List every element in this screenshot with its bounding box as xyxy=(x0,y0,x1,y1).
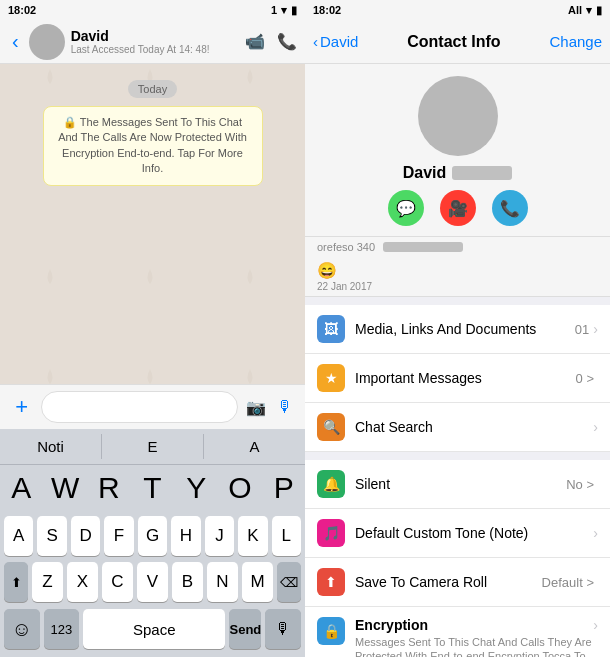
key-m[interactable]: M xyxy=(242,562,273,602)
video-call-icon[interactable]: 📹 xyxy=(245,32,265,51)
key-j[interactable]: J xyxy=(205,516,234,556)
key-z[interactable]: Z xyxy=(32,562,63,602)
keyboard-bottom-row: ☺ 123 Space Send 🎙 xyxy=(0,605,305,657)
profile-section: David 💬 🎥 📞 xyxy=(305,64,610,237)
menu-item-important[interactable]: ★ Important Messages 0 > xyxy=(305,354,610,403)
star-icon: ★ xyxy=(325,370,338,386)
share-icon: ⬆ xyxy=(325,574,337,590)
phone-call-icon[interactable]: 📞 xyxy=(277,32,297,51)
important-label: Important Messages xyxy=(355,370,576,386)
phone-action-btn[interactable]: 📞 xyxy=(492,190,528,226)
media-value: 01 xyxy=(575,322,589,337)
emoji-date-row: 😄 22 Jan 2017 xyxy=(305,257,610,297)
key-R[interactable]: R xyxy=(89,469,128,511)
menu-item-search[interactable]: 🔍 Chat Search › xyxy=(305,403,610,452)
key-l[interactable]: L xyxy=(272,516,301,556)
key-P[interactable]: P xyxy=(264,469,303,511)
search-label: Chat Search xyxy=(355,419,593,435)
menu-item-tone[interactable]: 🎵 Default Custom Tone (Note) › xyxy=(305,509,610,558)
menu-item-media[interactable]: 🖼 Media, Links And Documents 01 › xyxy=(305,305,610,354)
encryption-icon-box: 🔒 xyxy=(317,617,345,645)
input-area: + 📷 🎙 Noti E A A W R T Y O P xyxy=(0,384,305,657)
key-Y[interactable]: Y xyxy=(177,469,216,511)
back-button-left[interactable]: ‹ xyxy=(8,28,23,55)
key-T[interactable]: T xyxy=(133,469,172,511)
change-button[interactable]: Change xyxy=(549,33,602,50)
autocomplete-a[interactable]: A xyxy=(204,434,305,459)
chat-body: Today 🔒 The Messages Sent To This Chat A… xyxy=(0,64,305,384)
silent-icon-box: 🔔 xyxy=(317,470,345,498)
key-g[interactable]: G xyxy=(138,516,167,556)
message-action-icon: 💬 xyxy=(396,199,416,218)
battery-icon-right: ▮ xyxy=(596,4,602,17)
phone-prefix: orefeso 340 xyxy=(317,241,375,253)
tone-label: Default Custom Tone (Note) xyxy=(355,525,593,541)
mic-button[interactable]: 🎙 xyxy=(274,398,297,416)
encryption-title: Encryption xyxy=(355,617,593,633)
numbers-key[interactable]: 123 xyxy=(44,609,80,649)
key-A[interactable]: A xyxy=(2,469,41,511)
wifi-icon-left: ▾ xyxy=(281,4,287,17)
menu-item-save[interactable]: ⬆ Save To Camera Roll Default > xyxy=(305,558,610,607)
silent-label: Silent xyxy=(355,476,566,492)
back-david-button[interactable]: ‹ David xyxy=(313,33,358,50)
header-icons: 📹 📞 xyxy=(245,32,297,51)
key-d[interactable]: D xyxy=(71,516,100,556)
silent-value: No > xyxy=(566,477,594,492)
key-x[interactable]: X xyxy=(67,562,98,602)
key-W[interactable]: W xyxy=(46,469,85,511)
status-icons-right: All ▾ ▮ xyxy=(568,4,602,17)
contact-status: Last Accessed Today At 14: 48! xyxy=(71,44,239,55)
search-chevron: › xyxy=(593,419,598,435)
input-row: + 📷 🎙 xyxy=(0,385,305,429)
message-action-btn[interactable]: 💬 xyxy=(388,190,424,226)
divider-1 xyxy=(305,297,610,305)
key-n[interactable]: N xyxy=(207,562,238,602)
send-key[interactable]: Send xyxy=(229,609,261,649)
date-badge: Today xyxy=(128,80,177,98)
encryption-bubble[interactable]: 🔒 The Messages Sent To This Chat And The… xyxy=(43,106,263,186)
chat-header: ‹ David Last Accessed Today At 14: 48! 📹… xyxy=(0,20,305,64)
plus-button[interactable]: + xyxy=(8,394,35,420)
menu-item-silent[interactable]: 🔔 Silent No > xyxy=(305,460,610,509)
key-k[interactable]: K xyxy=(238,516,267,556)
keyboard-mic-key[interactable]: 🎙 xyxy=(265,609,301,649)
search-icon-box: 🔍 xyxy=(317,413,345,441)
key-c[interactable]: C xyxy=(102,562,133,602)
profile-phone-row: orefeso 340 xyxy=(305,237,610,257)
key-a[interactable]: A xyxy=(4,516,33,556)
key-h[interactable]: H xyxy=(171,516,200,556)
shift-key[interactable]: ⬆ xyxy=(4,562,28,602)
key-v[interactable]: V xyxy=(137,562,168,602)
encryption-text-block: Encryption Messages Sent To This Chat An… xyxy=(355,617,593,657)
space-key[interactable]: Space xyxy=(83,609,225,649)
key-s[interactable]: S xyxy=(37,516,66,556)
carrier-right: All xyxy=(568,4,582,16)
media-label: Media, Links And Documents xyxy=(355,321,575,337)
key-f[interactable]: F xyxy=(104,516,133,556)
backspace-key[interactable]: ⌫ xyxy=(277,562,301,602)
profile-date: 22 Jan 2017 xyxy=(317,281,598,292)
camera-button[interactable]: 📷 xyxy=(244,398,267,417)
encryption-section[interactable]: 🔒 Encryption Messages Sent To This Chat … xyxy=(305,607,610,657)
key-b[interactable]: B xyxy=(172,562,203,602)
emoji-key[interactable]: ☺ xyxy=(4,609,40,649)
save-icon-box: ⬆ xyxy=(317,568,345,596)
video-action-btn[interactable]: 🎥 xyxy=(440,190,476,226)
search-icon: 🔍 xyxy=(323,419,340,435)
autocomplete-e[interactable]: E xyxy=(102,434,204,459)
video-action-icon: 🎥 xyxy=(448,199,468,218)
autocomplete-noti[interactable]: Noti xyxy=(0,434,102,459)
time-left: 18:02 xyxy=(8,4,36,16)
key-O[interactable]: O xyxy=(221,469,260,511)
keyboard-row3: ⬆ Z X C V B N M ⌫ xyxy=(0,559,305,605)
message-input[interactable] xyxy=(41,391,238,423)
music-icon: 🎵 xyxy=(323,525,340,541)
media-icon: 🖼 xyxy=(324,321,338,337)
divider-2 xyxy=(305,452,610,460)
save-label: Save To Camera Roll xyxy=(355,574,542,590)
contact-info-title: Contact Info xyxy=(358,33,549,51)
lock-icon: 🔒 xyxy=(323,623,340,639)
right-panel: 18:02 All ▾ ▮ ‹ David Contact Info Chang… xyxy=(305,0,610,657)
contact-info-left: David Last Accessed Today At 14: 48! xyxy=(71,28,239,55)
